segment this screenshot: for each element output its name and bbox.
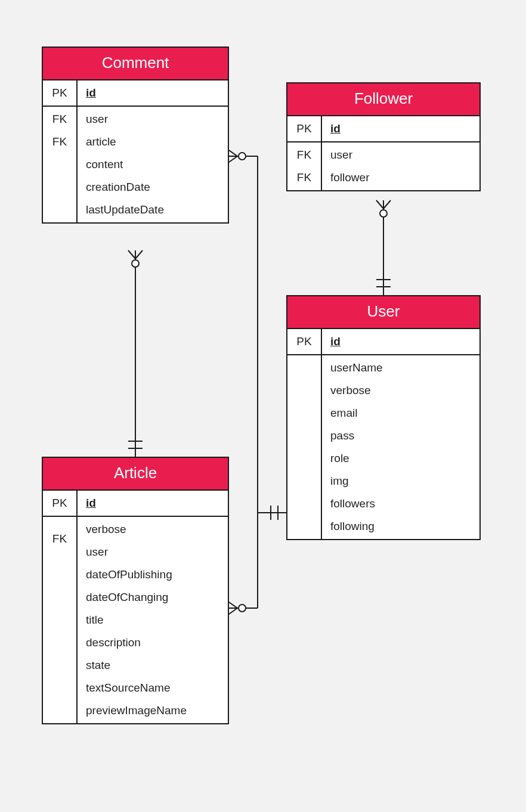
er-diagram-canvas: Comment PK id FK FK user article content… bbox=[0, 0, 526, 812]
key-label: FK bbox=[43, 135, 76, 148]
pk-label: PK bbox=[287, 335, 321, 348]
key-label: FK bbox=[43, 532, 76, 546]
entity-comment: Comment PK id FK FK user article content… bbox=[42, 47, 229, 224]
attr: follower bbox=[330, 171, 471, 184]
attr: description bbox=[86, 636, 219, 649]
svg-point-17 bbox=[239, 153, 246, 160]
attr: textSourceName bbox=[86, 681, 219, 695]
attr: following bbox=[330, 520, 471, 533]
svg-line-2 bbox=[135, 250, 143, 259]
attr: user bbox=[86, 113, 219, 126]
attr: pass bbox=[330, 429, 471, 442]
attr: creationDate bbox=[86, 181, 219, 194]
pk-field: id bbox=[330, 122, 471, 135]
attr: dateOfChanging bbox=[86, 591, 219, 604]
pk-field: id bbox=[86, 86, 219, 100]
entity-follower-title: Follower bbox=[287, 83, 479, 116]
key-label: FK bbox=[43, 113, 76, 126]
pk-field: id bbox=[330, 335, 471, 348]
svg-line-7 bbox=[376, 200, 383, 209]
svg-line-23 bbox=[229, 608, 237, 614]
attr: title bbox=[86, 613, 219, 627]
svg-line-8 bbox=[383, 200, 391, 209]
pk-field: id bbox=[86, 497, 219, 510]
entity-user-title: User bbox=[287, 296, 479, 329]
attr: lastUpdateDate bbox=[86, 203, 219, 216]
attr: previewImageName bbox=[86, 704, 219, 717]
svg-line-1 bbox=[128, 250, 135, 259]
entity-article-title: Article bbox=[43, 458, 228, 491]
attr: user bbox=[330, 148, 471, 162]
svg-point-24 bbox=[239, 605, 246, 612]
attr: article bbox=[86, 135, 219, 148]
key-label: FK bbox=[287, 171, 321, 184]
svg-line-15 bbox=[229, 150, 237, 156]
pk-label: PK bbox=[43, 86, 76, 100]
pk-label: PK bbox=[287, 122, 321, 135]
svg-point-9 bbox=[380, 210, 387, 217]
entity-article: Article PK id FK verbose user dateOfPubl… bbox=[42, 457, 229, 724]
attr: content bbox=[86, 158, 219, 171]
attr: state bbox=[86, 659, 219, 672]
entity-follower: Follower PK id FK FK user follower bbox=[286, 82, 481, 191]
attr: user bbox=[86, 546, 219, 559]
attr: dateOfPublishing bbox=[86, 568, 219, 581]
svg-line-22 bbox=[229, 602, 237, 608]
attr: verbose bbox=[86, 523, 219, 536]
attr: role bbox=[330, 452, 471, 465]
svg-point-3 bbox=[132, 260, 139, 267]
attr: email bbox=[330, 407, 471, 420]
pk-label: PK bbox=[43, 497, 76, 510]
svg-line-16 bbox=[229, 156, 237, 162]
key-label: FK bbox=[287, 148, 321, 162]
attr: followers bbox=[330, 497, 471, 510]
entity-user: User PK id userName verbose email pass r… bbox=[286, 295, 481, 540]
entity-comment-title: Comment bbox=[43, 48, 228, 80]
attr: img bbox=[330, 475, 471, 488]
attr: verbose bbox=[330, 384, 471, 397]
attr: userName bbox=[330, 361, 471, 374]
